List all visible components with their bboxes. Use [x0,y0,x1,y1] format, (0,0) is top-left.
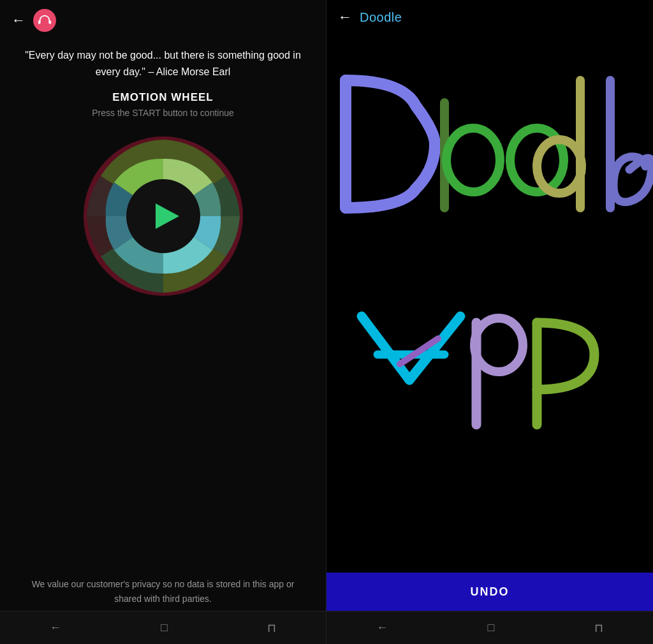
quote-text: "Every day may not be good... but there … [0,41,326,91]
left-nav-square[interactable]: □ [161,621,168,634]
left-top-bar: ← [0,0,326,41]
privacy-text: We value our customer's privacy so no da… [0,577,326,606]
right-nav-square[interactable]: □ [488,621,495,634]
right-nav-back[interactable]: ← [376,621,388,634]
right-top-bar: ← Doodle [326,0,653,34]
right-back-button[interactable]: ← [338,9,352,26]
app-icon [33,9,56,32]
left-nav-menu[interactable]: ⊓ [267,621,276,635]
emotion-wheel[interactable] [80,133,246,299]
emotion-wheel-title: EMOTION WHEEL [112,91,213,104]
left-back-button[interactable]: ← [11,12,26,29]
app-logo-icon [38,13,52,27]
left-phone: ← "Every day may not be good... but ther… [0,0,326,644]
right-bottom-nav: ← □ ⊓ [326,611,653,644]
wheel-svg [80,133,246,299]
left-nav-back[interactable]: ← [50,621,61,634]
left-bottom-nav: ← □ ⊓ [0,611,326,644]
svg-point-8 [474,318,523,372]
svg-point-5 [446,128,500,192]
doodle-canvas[interactable] [326,34,653,573]
doodle-art [326,34,653,573]
svg-rect-0 [38,20,41,24]
right-nav-menu[interactable]: ⊓ [594,621,603,635]
right-phone: ← Doodle [326,0,653,644]
start-instruction: Press the START button to continue [92,108,234,118]
svg-rect-1 [48,20,51,24]
undo-button[interactable]: UNDO [326,573,653,611]
right-screen-title: Doodle [360,10,402,25]
